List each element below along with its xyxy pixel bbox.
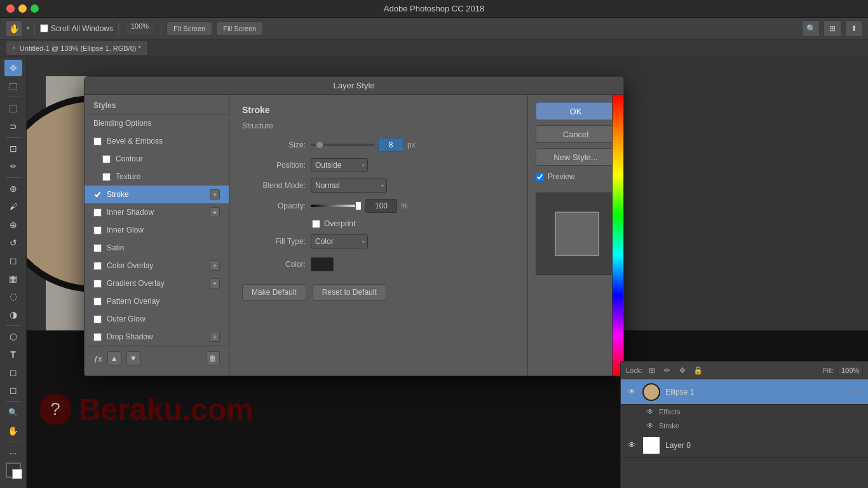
- new-style-button[interactable]: New Style...: [536, 148, 616, 166]
- style-gradient-overlay[interactable]: Gradient Overlay +: [85, 274, 229, 292]
- style-color-overlay[interactable]: Color Overlay +: [85, 257, 229, 274]
- drop-shadow-checkbox[interactable]: [93, 333, 102, 341]
- style-bevel-emboss[interactable]: Bevel & Emboss: [85, 132, 229, 150]
- position-dropdown[interactable]: Outside Inside Center: [311, 158, 368, 172]
- close-button[interactable]: [6, 4, 15, 13]
- style-stroke[interactable]: Stroke +: [85, 186, 229, 203]
- bevel-emboss-checkbox[interactable]: [93, 137, 102, 146]
- clone-stamp-tool[interactable]: ⊕: [4, 216, 22, 233]
- opacity-slider[interactable]: [311, 205, 362, 207]
- brush-tool[interactable]: 🖌: [4, 198, 22, 215]
- fill-type-dropdown[interactable]: Color Gradient Pattern: [311, 234, 368, 248]
- style-inner-glow[interactable]: Inner Glow: [85, 221, 229, 239]
- search-icon[interactable]: 🔍: [802, 20, 820, 37]
- lock-move-icon[interactable]: ✥: [677, 365, 688, 376]
- scroll-all-label[interactable]: Scroll All Windows: [40, 24, 113, 33]
- tab-close-button[interactable]: ×: [12, 44, 16, 51]
- stroke-plus-button[interactable]: +: [210, 189, 220, 200]
- size-slider[interactable]: [311, 144, 374, 146]
- ok-button[interactable]: OK: [536, 102, 616, 120]
- style-outer-glow[interactable]: Outer Glow: [85, 310, 229, 328]
- texture-checkbox[interactable]: [102, 173, 111, 181]
- eraser-tool[interactable]: ◻: [4, 252, 22, 269]
- overprint-checkbox[interactable]: [312, 220, 320, 228]
- preview-label[interactable]: Preview: [536, 171, 616, 182]
- inner-shadow-checkbox[interactable]: [93, 208, 102, 217]
- size-input[interactable]: [378, 138, 403, 152]
- ellipse1-visibility-icon[interactable]: 👁: [626, 386, 637, 398]
- pen-tool[interactable]: ⬡: [4, 329, 22, 345]
- color-spectrum[interactable]: [612, 95, 623, 376]
- eyedropper-tool[interactable]: ✏: [4, 158, 22, 175]
- lock-position-icon[interactable]: ⊞: [646, 365, 658, 376]
- effects-visibility-icon[interactable]: 👁: [646, 407, 654, 416]
- hand-tool-panel[interactable]: ✋: [4, 423, 22, 439]
- style-satin[interactable]: Satin: [85, 239, 229, 257]
- inner-shadow-plus-button[interactable]: +: [210, 207, 220, 217]
- color-overlay-checkbox[interactable]: [93, 262, 102, 270]
- color-overlay-plus-button[interactable]: +: [210, 261, 220, 271]
- style-drop-shadow[interactable]: Drop Shadow +: [85, 328, 229, 346]
- path-select-tool[interactable]: ◻: [4, 364, 22, 381]
- history-brush-tool[interactable]: ↺: [4, 234, 22, 251]
- text-tool[interactable]: T: [4, 346, 22, 363]
- lock-draw-icon[interactable]: ✏: [661, 365, 673, 376]
- drop-shadow-plus-button[interactable]: +: [210, 332, 220, 342]
- fill-input[interactable]: [837, 365, 863, 376]
- maximize-button[interactable]: [31, 4, 39, 13]
- zoom-level[interactable]: 100%: [124, 22, 156, 36]
- more-tools[interactable]: ···: [4, 445, 22, 461]
- zoom-tool[interactable]: 🔍: [4, 404, 22, 421]
- fill-screen-button[interactable]: Fill Screen: [216, 22, 263, 36]
- lasso-tool[interactable]: ⊃: [4, 118, 22, 135]
- satin-checkbox[interactable]: [93, 244, 102, 252]
- document-tab[interactable]: × Untitled-1 @ 138% (Ellipse 1, RGB/8) *: [5, 41, 148, 56]
- lock-all-icon[interactable]: 🔒: [692, 365, 703, 376]
- dodge-tool[interactable]: ◑: [4, 306, 22, 322]
- fit-screen-button[interactable]: Fit Screen: [166, 22, 212, 36]
- layer-item-ellipse1[interactable]: 👁 Ellipse 1 fx ▾: [621, 379, 868, 405]
- size-slider-thumb[interactable]: [316, 141, 323, 149]
- pattern-overlay-checkbox[interactable]: [93, 297, 102, 306]
- marquee-tool[interactable]: ⬚: [4, 100, 22, 116]
- share-icon[interactable]: ⬆: [845, 20, 863, 37]
- hand-tool[interactable]: ✋: [5, 20, 23, 37]
- artboard-tool[interactable]: ⬚: [4, 78, 22, 94]
- minimize-button[interactable]: [18, 4, 27, 13]
- gradient-overlay-checkbox[interactable]: [93, 280, 102, 288]
- move-tool[interactable]: ✥: [4, 60, 22, 76]
- move-down-button[interactable]: ▼: [126, 351, 140, 365]
- stroke-checkbox[interactable]: [93, 191, 102, 199]
- blend-mode-dropdown[interactable]: Normal Dissolve Multiply Screen Overlay: [311, 179, 387, 193]
- scroll-all-checkbox[interactable]: [40, 24, 48, 32]
- opacity-slider-thumb[interactable]: [355, 201, 362, 210]
- color-swatch[interactable]: [311, 257, 334, 271]
- move-up-button[interactable]: ▲: [107, 351, 121, 365]
- layer0-visibility-icon[interactable]: 👁: [626, 440, 637, 451]
- layer-item-layer0[interactable]: 👁 Layer 0: [621, 433, 868, 458]
- make-default-button[interactable]: Make Default: [242, 284, 306, 301]
- inner-glow-checkbox[interactable]: [93, 226, 102, 234]
- outer-glow-checkbox[interactable]: [93, 315, 102, 323]
- cancel-button[interactable]: Cancel: [536, 125, 616, 143]
- crop-tool[interactable]: ⊡: [4, 140, 22, 157]
- fx-button[interactable]: ƒx: [93, 351, 102, 365]
- style-texture[interactable]: Texture: [85, 168, 229, 186]
- gradient-overlay-plus-button[interactable]: +: [210, 278, 220, 288]
- preview-checkbox[interactable]: [536, 173, 544, 181]
- gradient-tool[interactable]: ▦: [4, 270, 22, 287]
- shape-tool[interactable]: ◻: [4, 382, 22, 398]
- stroke-visibility-icon[interactable]: 👁: [646, 421, 654, 430]
- style-pattern-overlay[interactable]: Pattern Overlay: [85, 292, 229, 310]
- delete-button[interactable]: 🗑: [206, 351, 220, 365]
- healing-tool[interactable]: ⊕: [4, 180, 22, 197]
- reset-to-default-button[interactable]: Reset to Default: [313, 284, 386, 301]
- opacity-input[interactable]: [365, 199, 397, 213]
- panel-layout-icon[interactable]: ⊞: [824, 20, 841, 37]
- contour-checkbox[interactable]: [102, 155, 111, 163]
- blur-tool[interactable]: ◌: [4, 288, 22, 304]
- style-blending-options[interactable]: Blending Options: [85, 114, 229, 132]
- style-inner-shadow[interactable]: Inner Shadow +: [85, 203, 229, 221]
- style-contour[interactable]: Contour: [85, 150, 229, 168]
- ellipse1-fx-icon[interactable]: fx ▾: [851, 388, 863, 396]
